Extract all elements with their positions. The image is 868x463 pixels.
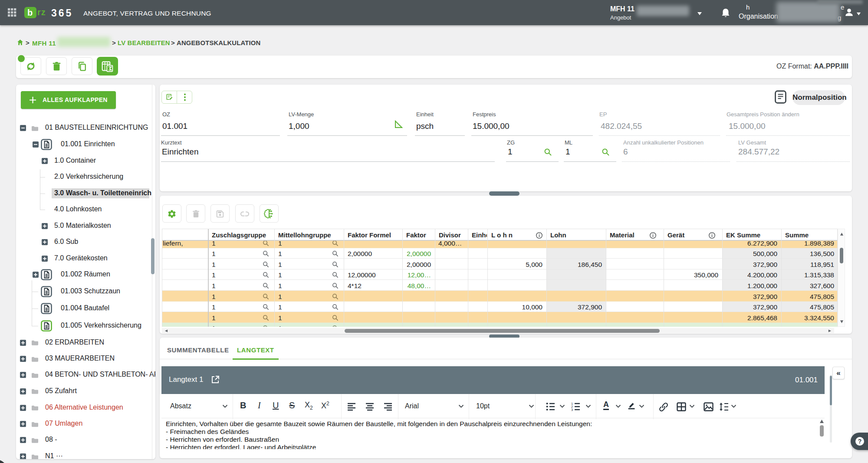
svg-text:3: 3 <box>571 408 573 411</box>
